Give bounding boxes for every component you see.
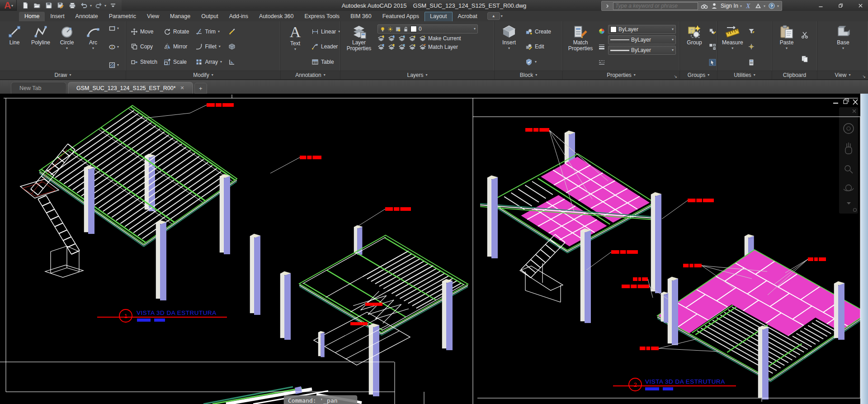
hatch-button[interactable]: ▾ — [108, 62, 119, 69]
layer-unisolate-icon[interactable] — [377, 43, 385, 51]
layer-on2-icon[interactable] — [388, 43, 395, 51]
undo-button[interactable] — [79, 1, 89, 10]
arc-button[interactable]: Arc ▾ — [81, 23, 105, 71]
command-line[interactable]: Command: '_pan — [284, 395, 357, 404]
paste-button[interactable]: Paste ▾ — [775, 23, 798, 71]
save-as-button[interactable] — [56, 1, 66, 10]
autocad-logo-button[interactable]: ▾ — [0, 0, 17, 11]
erase-button[interactable] — [226, 26, 237, 37]
panel-label-annotation[interactable]: Annotation▾ — [281, 71, 340, 79]
mirror-button[interactable]: Mirror — [162, 41, 191, 52]
layer-lock-icon[interactable] — [409, 35, 416, 42]
a360-icon[interactable] — [755, 2, 762, 10]
lineweight-select[interactable]: ByLayer ▾ — [608, 46, 676, 55]
layer-select[interactable]: 0 ▾ — [377, 24, 478, 33]
panel-label-draw[interactable]: Draw▾ — [0, 71, 126, 79]
layer-thaw2-icon[interactable] — [398, 43, 406, 51]
text-button[interactable]: A Text ▾ — [283, 23, 307, 71]
table-button[interactable]: Table — [310, 57, 340, 67]
panel-label-layers[interactable]: Layers▾ — [340, 71, 494, 79]
edit-block-button[interactable]: Edit — [524, 41, 553, 52]
make-current-button[interactable]: Make Current — [419, 35, 461, 42]
quick-calc-icon[interactable] — [748, 59, 755, 66]
base-button[interactable]: Base ▾ — [831, 23, 855, 71]
properties-launcher-icon[interactable]: ↘ — [674, 74, 677, 79]
block-attributes-button[interactable]: ▾ — [524, 57, 553, 67]
new-file-button[interactable] — [20, 1, 30, 10]
tab-express-tools[interactable]: Express Tools — [299, 12, 345, 21]
object-color-select[interactable]: ByLayer ▾ — [608, 25, 676, 34]
sign-in-caret-icon[interactable]: ▾ — [740, 4, 742, 8]
tab-manage[interactable]: Manage — [165, 12, 196, 21]
scale-button[interactable]: Scale — [162, 57, 191, 67]
rectangle-button[interactable]: ▾ — [108, 25, 119, 32]
tab-home[interactable]: Home — [19, 12, 45, 21]
polyline-button[interactable]: Polyline — [29, 23, 52, 71]
rotate-button[interactable]: Rotate — [162, 26, 191, 37]
help-caret-icon[interactable]: ▾ — [777, 4, 779, 8]
chevron-right-icon[interactable] — [604, 3, 610, 9]
panel-label-properties[interactable]: Properties▾↘ — [563, 71, 679, 79]
a360-caret-icon[interactable]: ▾ — [764, 4, 765, 8]
ungroup-icon[interactable] — [709, 28, 716, 35]
exchange-apps-icon[interactable]: X — [745, 2, 752, 10]
view-launcher-icon[interactable]: ↘ — [862, 74, 866, 79]
panel-label-clipboard[interactable]: Clipboard — [772, 71, 817, 79]
array-button[interactable]: Array▾ — [193, 57, 224, 67]
lineweight-icon[interactable] — [598, 43, 605, 50]
line-button[interactable]: Line — [3, 23, 26, 71]
tab-acrobat[interactable]: Acrobat — [453, 12, 483, 21]
circle-button[interactable]: Circle ▾ — [55, 23, 79, 71]
move-button[interactable]: Move — [129, 26, 159, 37]
panel-label-block[interactable]: Block▾ — [495, 71, 562, 79]
open-file-button[interactable] — [32, 1, 42, 10]
save-button[interactable] — [44, 1, 54, 10]
layer-off-icon[interactable] — [377, 35, 385, 42]
search-icon[interactable] — [701, 2, 708, 10]
panel-label-modify[interactable]: Modify▾ — [126, 71, 280, 79]
group-edit-icon[interactable] — [709, 43, 716, 50]
cut-icon[interactable] — [801, 31, 808, 38]
undo-caret-icon[interactable]: ▾ — [90, 4, 92, 8]
plot-button[interactable] — [67, 1, 77, 10]
stretch-button[interactable]: Stretch — [129, 57, 159, 67]
tab-add-ins[interactable]: Add-ins — [224, 12, 254, 21]
ribbon-collapse-caret-icon[interactable]: ▾ — [501, 14, 503, 18]
new-drawing-button[interactable]: + — [194, 83, 207, 94]
tab-featured-apps[interactable]: Featured Apps — [377, 12, 425, 21]
close-button[interactable] — [855, 1, 865, 10]
group-selection-icon[interactable] — [709, 59, 716, 66]
copy-button[interactable]: Copy — [129, 41, 159, 52]
layer-unlock2-icon[interactable] — [409, 43, 416, 51]
minimize-button[interactable] — [816, 1, 826, 10]
ribbon-collapse-button[interactable]: ▲ — [487, 12, 500, 20]
file-tab-active[interactable]: GSM_SUC_123_124_S125_EST_R00* ✕ — [68, 82, 193, 94]
tab-insert[interactable]: Insert — [45, 12, 70, 21]
restore-button[interactable] — [835, 1, 845, 10]
id-point-icon[interactable] — [748, 43, 755, 50]
tab-bim-360[interactable]: BIM 360 — [345, 12, 377, 21]
panel-label-utilities[interactable]: Utilities▾ — [717, 71, 772, 79]
linetype-select[interactable]: ByLayer ▾ — [608, 35, 676, 44]
tab-parametric[interactable]: Parametric — [104, 12, 142, 21]
ellipse-button[interactable]: ▾ — [108, 43, 119, 51]
panel-label-view[interactable]: View▾↘ — [817, 71, 868, 79]
group-button[interactable]: Group — [683, 23, 706, 71]
drawing-vertical-scrollbar[interactable] — [860, 94, 868, 404]
redo-button[interactable] — [94, 1, 104, 10]
qat-customize-button[interactable] — [108, 1, 118, 10]
insert-button[interactable]: Insert ▾ — [497, 23, 521, 71]
file-tab-close-icon[interactable]: ✕ — [180, 85, 184, 91]
create-block-button[interactable]: Create — [524, 26, 553, 37]
color-wheel-icon[interactable] — [598, 28, 605, 35]
match-properties-button[interactable]: Match Properties — [566, 23, 595, 71]
measure-button[interactable]: Measure ▾ — [720, 23, 745, 71]
drawing-area[interactable]: 1VISTA 3D DA ESTRUTURA2VISTA 3D DA ESTRU… — [0, 94, 868, 404]
layer-properties-button[interactable]: Layer Properties — [343, 23, 375, 71]
explode-button[interactable] — [226, 41, 237, 52]
sign-in-button[interactable]: Sign In — [721, 3, 738, 9]
tab-layout[interactable]: Layout — [425, 12, 453, 21]
tab-view[interactable]: View — [142, 12, 165, 21]
fillet-button[interactable]: Fillet▾ — [193, 41, 224, 52]
tab-autodesk-360[interactable]: Autodesk 360 — [254, 12, 299, 21]
